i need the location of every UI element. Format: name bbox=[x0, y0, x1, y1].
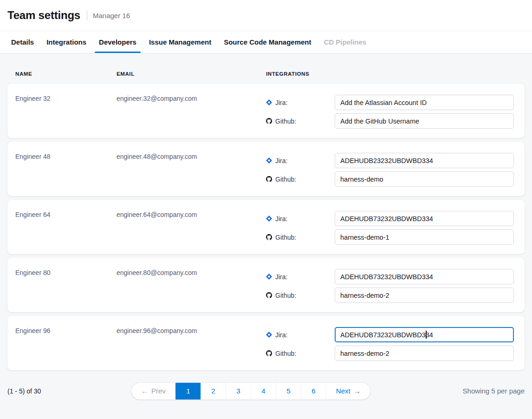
github-username-input[interactable] bbox=[335, 346, 514, 361]
jira-account-input-focused[interactable] bbox=[335, 327, 514, 342]
jira-account-input[interactable] bbox=[335, 211, 514, 226]
tab-source-code-management[interactable]: Source Code Management bbox=[224, 31, 311, 53]
github-icon bbox=[266, 234, 272, 240]
left-arrow-icon: ← bbox=[141, 387, 148, 395]
table-row: Engineer 96 engineer.96@company.com Jira… bbox=[7, 316, 525, 370]
github-username-input[interactable] bbox=[335, 288, 514, 303]
page-button-3[interactable]: 3 bbox=[226, 383, 251, 399]
jira-label: Jira: bbox=[275, 157, 287, 164]
developer-email: engineer.96@company.com bbox=[117, 327, 266, 370]
prev-page-button: ←Prev bbox=[131, 383, 175, 399]
jira-account-input[interactable] bbox=[335, 95, 514, 110]
developer-email: engineer.64@company.com bbox=[117, 211, 266, 254]
github-label: Github: bbox=[275, 118, 296, 125]
table-header-row: NAME EMAIL INTEGRATIONS bbox=[7, 53, 525, 84]
page-button-1[interactable]: 1 bbox=[175, 383, 201, 399]
tab-details[interactable]: Details bbox=[11, 31, 34, 53]
github-label: Github: bbox=[275, 234, 296, 241]
github-icon bbox=[266, 176, 272, 182]
github-username-input[interactable] bbox=[335, 229, 514, 245]
per-page-label: Showing 5 per page bbox=[463, 383, 525, 399]
column-header-name: NAME bbox=[15, 71, 117, 77]
title-divider bbox=[87, 11, 87, 20]
jira-icon bbox=[266, 332, 272, 338]
developer-name: Engineer 48 bbox=[15, 153, 117, 196]
github-icon bbox=[266, 350, 272, 356]
developer-name: Engineer 96 bbox=[15, 327, 117, 370]
tab-issue-management[interactable]: Issue Management bbox=[149, 31, 211, 53]
jira-account-input[interactable] bbox=[335, 269, 514, 284]
developer-email: engineer.80@company.com bbox=[117, 269, 266, 312]
tab-integrations[interactable]: Integrations bbox=[46, 31, 86, 53]
page-button-2[interactable]: 2 bbox=[201, 383, 226, 399]
jira-label: Jira: bbox=[275, 331, 287, 339]
tab-cd-pipelines: CD Pipelines bbox=[324, 31, 367, 53]
page-header: Team settings Manager 16 bbox=[0, 0, 532, 31]
page-button-4[interactable]: 4 bbox=[251, 383, 276, 399]
developer-email: engineer.32@company.com bbox=[117, 95, 266, 138]
jira-label: Jira: bbox=[275, 215, 287, 223]
developer-name: Engineer 32 bbox=[15, 95, 117, 138]
pager: ←Prev 1 2 3 4 5 6 Next→ bbox=[131, 383, 370, 399]
page-subtitle: Manager 16 bbox=[93, 12, 130, 20]
developers-panel: NAME EMAIL INTEGRATIONS Engineer 32 engi… bbox=[0, 53, 532, 399]
column-header-email: EMAIL bbox=[117, 71, 266, 77]
table-row: Engineer 32 engineer.32@company.com Jira… bbox=[7, 84, 525, 138]
table-row: Engineer 48 engineer.48@company.com Jira… bbox=[7, 142, 525, 196]
pagination-bar: (1 - 5) of 30 ←Prev 1 2 3 4 5 6 Next→ Sh… bbox=[7, 383, 525, 399]
developer-name: Engineer 64 bbox=[15, 211, 117, 254]
github-label: Github: bbox=[275, 350, 296, 357]
page-title: Team settings bbox=[7, 9, 80, 22]
next-page-button[interactable]: Next→ bbox=[326, 383, 370, 399]
column-header-integrations: INTEGRATIONS bbox=[266, 71, 514, 77]
github-username-input[interactable] bbox=[335, 113, 514, 129]
jira-account-input[interactable] bbox=[335, 153, 514, 168]
github-username-input[interactable] bbox=[335, 171, 514, 187]
table-row: Engineer 64 engineer.64@company.com Jira… bbox=[7, 200, 525, 254]
right-arrow-icon: → bbox=[354, 387, 361, 395]
jira-icon bbox=[266, 274, 272, 280]
tab-bar: Details Integrations Developers Issue Ma… bbox=[0, 31, 532, 53]
developer-name: Engineer 80 bbox=[15, 269, 117, 312]
page-button-5[interactable]: 5 bbox=[276, 383, 301, 399]
jira-icon bbox=[266, 99, 272, 105]
jira-icon bbox=[266, 157, 272, 164]
github-icon bbox=[266, 292, 272, 298]
table-row: Engineer 80 engineer.80@company.com Jira… bbox=[7, 258, 525, 312]
github-label: Github: bbox=[275, 292, 296, 299]
tab-developers[interactable]: Developers bbox=[99, 31, 136, 53]
text-caret bbox=[426, 331, 427, 339]
github-icon bbox=[266, 118, 272, 124]
page-button-6[interactable]: 6 bbox=[301, 383, 326, 399]
jira-label: Jira: bbox=[275, 273, 287, 281]
github-label: Github: bbox=[275, 176, 296, 183]
jira-icon bbox=[266, 216, 272, 222]
pagination-range-label: (1 - 5) of 30 bbox=[7, 383, 41, 399]
jira-label: Jira: bbox=[275, 99, 287, 106]
developer-email: engineer.48@company.com bbox=[117, 153, 266, 196]
